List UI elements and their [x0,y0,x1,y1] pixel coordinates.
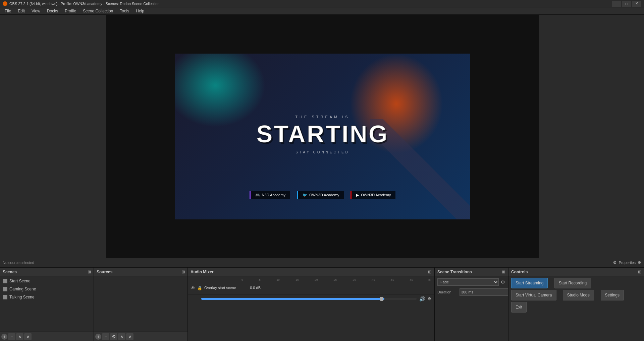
audio-track-name: Overlay start scene [204,286,245,290]
gear-icon[interactable]: ⚙ [613,260,617,265]
transition-type-select[interactable]: Fade Cut Swipe Slide [437,278,499,286]
titlebar-title: OBS 27.2.1 (64-bit, windows) - Profile: … [3,1,160,6]
scene-label-start: Start Scene [9,279,31,283]
volume-slider[interactable] [201,298,417,300]
titlebar-text: OBS 27.2.1 (64-bit, windows) - Profile: … [9,2,160,6]
badge-twitch: 🎮 N3D Academy [250,191,290,199]
scene-icon-talking: T [3,295,7,299]
source-action-icon[interactable]: ⚙ [638,260,641,265]
scene-label-gaming: Gaming Scene [9,287,36,291]
audio-mixer-header: Audio Mixer ⊞ [188,268,434,276]
no-source-text: No source selected [3,261,611,265]
youtube-icon: ▶ [356,193,359,197]
start-virtual-camera-btn[interactable]: Start Virtual Camera [511,290,556,300]
audio-settings-icon[interactable]: ⚙ [428,296,431,301]
move-source-down-button[interactable]: ∨ [126,333,133,340]
audio-mixer-panel: Audio Mixer ⊞ 0-5-10-15-20-25-30-40-50-6… [188,268,434,341]
sources-footer: + − ⚙ ∧ ∨ [94,332,187,341]
titlebar: OBS 27.2.1 (64-bit, windows) - Profile: … [0,0,644,7]
scene-transitions-panel: Scene Transitions ⊞ Fade Cut Swipe Slide… [434,268,508,341]
transitions-title: Scene Transitions [437,270,472,274]
exit-btn[interactable]: Exit [511,302,527,313]
sources-header-bar: No source selected ⚙ Properties ⚙ [0,258,644,267]
menu-view[interactable]: View [28,8,44,14]
minimize-button[interactable]: ─ [612,1,621,7]
audio-db-value: 0.0 dB [247,286,261,290]
transitions-header: Scene Transitions ⊞ [435,268,508,276]
audio-lock-icon[interactable]: 🔒 [197,286,202,290]
move-scene-up-button[interactable]: ∧ [16,333,23,340]
obs-logo [3,1,7,6]
close-button[interactable]: ✕ [632,1,641,7]
scenes-panel: Scenes ⊞ T Start Scene T Gaming Scene T … [0,268,94,341]
sources-header-label: Sources [97,270,112,274]
volume-speaker-icon[interactable]: 🔊 [419,296,425,301]
move-scene-down-button[interactable]: ∨ [24,333,32,340]
controls-maximize-icon[interactable]: ⊞ [638,270,641,274]
transitions-maximize-icon[interactable]: ⊞ [502,270,505,274]
controls-panel: Controls ⊞ Start Streaming Start Recordi… [508,268,644,341]
controls-content: Start Streaming Start Recording Start Vi… [508,276,644,341]
menu-profile[interactable]: Profile [61,8,79,14]
source-settings-button[interactable]: ⚙ [110,333,117,340]
add-scene-button[interactable]: + [1,334,7,340]
menu-file[interactable]: File [1,8,14,14]
menu-edit[interactable]: Edit [14,8,28,14]
start-recording-btn[interactable]: Start Recording [554,278,591,288]
sources-maximize-icon[interactable]: ⊞ [181,270,185,274]
scene-label-talking: Talking Scene [9,295,35,299]
start-streaming-btn[interactable]: Start Streaming [511,278,548,288]
volume-slider-thumb[interactable] [380,297,383,301]
audio-visibility-icon[interactable]: 👁 [191,285,195,291]
scene-icon-gaming: T [3,287,7,291]
remove-source-button[interactable]: − [102,333,109,340]
scene-item-talking[interactable]: T Talking Scene [0,293,94,301]
sources-panel-header: Sources ⊞ [94,268,187,276]
twitch-label: N3D Academy [262,193,285,197]
transitions-content: Fade Cut Swipe Slide ⚙ Duration ▲ ▼ [435,276,508,341]
scenes-maximize-icon[interactable]: ⊞ [88,270,91,274]
remove-scene-button[interactable]: − [8,333,15,340]
audio-mixer-title: Audio Mixer [191,270,214,274]
audio-volume-row: 🔊 ⚙ [188,295,434,303]
audio-track-content: Overlay start scene 0.0 dB [204,286,431,290]
stream-badges: 🎮 N3D Academy 🐦 OWN3D Academy ▶ OWN3D Ac… [175,191,470,199]
badge-twitter: 🐦 OWN3D Academy [297,191,344,199]
duration-label: Duration [437,290,458,294]
menu-scene-collection[interactable]: Scene Collection [79,8,116,14]
scenes-header-label: Scenes [3,270,17,274]
twitter-icon: 🐦 [303,193,307,197]
audio-mixer-maximize-icon[interactable]: ⊞ [428,270,431,274]
stream-subtitle: THE STREAM IS [256,115,389,119]
youtube-label: OWN3D Academy [361,193,391,197]
scene-icon-start: T [3,279,7,283]
transition-type-row: Fade Cut Swipe Slide ⚙ [435,277,508,287]
duration-input[interactable] [460,288,508,296]
settings-btn[interactable]: Settings [601,290,624,300]
sources-panel: Sources ⊞ + − ⚙ ∧ ∨ 🎤 Audio Input Captur… [94,268,188,341]
bottom-panel: Scenes ⊞ T Start Scene T Gaming Scene T … [0,267,644,341]
menu-tools[interactable]: Tools [116,8,132,14]
scene-item-gaming[interactable]: T Gaming Scene [0,285,94,293]
menu-help[interactable]: Help [132,8,148,14]
audio-track-top: Overlay start scene 0.0 dB [204,286,431,290]
badge-youtube: ▶ OWN3D Academy [351,191,395,199]
add-source-button[interactable]: + [95,334,101,340]
scene-item-start[interactable]: T Start Scene [0,277,94,285]
preview-area: THE STREAM IS STARTING STAY CONNECTED 🎮 … [0,15,644,258]
menubar: File Edit View Docks Profile Scene Colle… [0,7,644,15]
move-source-up-button[interactable]: ∧ [118,333,125,340]
audio-mixer-content: 0-5-10-15-20-25-30-40-50-60Inf 👁 🔒 Overl… [188,276,434,341]
right-sidebar-top [538,15,644,258]
controls-title: Controls [511,270,528,274]
properties-text[interactable]: Properties [619,261,636,265]
preview-canvas: THE STREAM IS STARTING STAY CONNECTED 🎮 … [107,15,538,258]
maximize-button[interactable]: □ [622,1,631,7]
twitch-icon: 🎮 [255,193,260,197]
transition-settings-icon[interactable]: ⚙ [501,279,505,285]
scenes-list: T Start Scene T Gaming Scene T Talking S… [0,276,94,332]
studio-mode-btn[interactable]: Studio Mode [563,290,594,300]
stream-main-title: STARTING [256,120,389,148]
stream-bottom-text: STAY CONNECTED [256,150,389,154]
menu-docks[interactable]: Docks [44,8,61,14]
